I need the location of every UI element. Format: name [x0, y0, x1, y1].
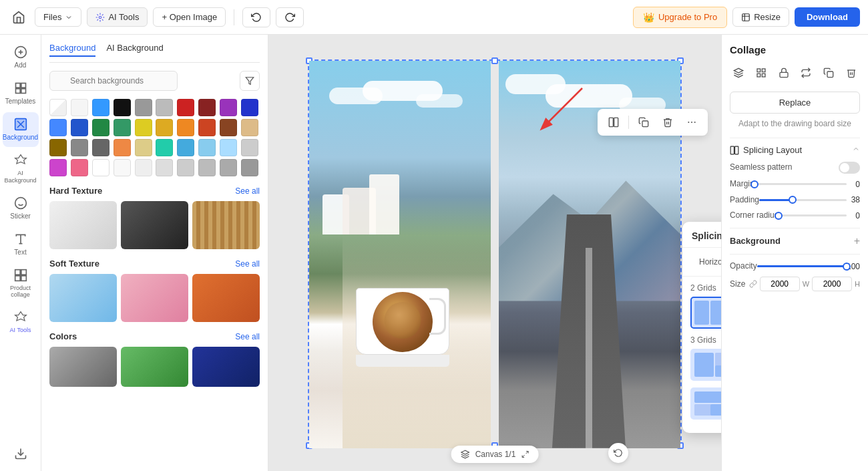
nav-export[interactable] — [3, 442, 39, 466]
nav-ai-background[interactable]: AI Background — [3, 148, 39, 190]
tab-background[interactable]: Background — [49, 43, 95, 57]
resize-button[interactable]: Resize — [732, 7, 789, 27]
handle-t[interactable] — [491, 57, 498, 64]
padding-track[interactable] — [759, 199, 847, 201]
color-swatch[interactable] — [220, 99, 237, 116]
color-swatch[interactable] — [114, 159, 131, 176]
seamless-toggle[interactable] — [839, 162, 860, 174]
color-swatch[interactable] — [92, 159, 110, 176]
nav-product-collage[interactable]: Product collage — [3, 263, 39, 305]
color-swatch[interactable] — [71, 119, 88, 136]
layout-2-1[interactable] — [690, 297, 721, 329]
color-swatch[interactable] — [135, 159, 152, 176]
nav-ai-tools[interactable]: AI Tools — [3, 305, 39, 339]
hard-texture-thumb-3[interactable] — [192, 201, 260, 249]
link-icon[interactable] — [749, 280, 757, 288]
color-swatch[interactable] — [220, 139, 237, 156]
hard-texture-thumb-1[interactable] — [49, 201, 117, 249]
delete-button[interactable] — [658, 113, 677, 132]
color-swatch[interactable] — [198, 159, 216, 176]
color-swatch[interactable] — [156, 159, 173, 176]
nav-text[interactable]: Text — [3, 227, 39, 262]
color-swatch[interactable] — [177, 119, 194, 136]
filter-button[interactable] — [240, 71, 260, 91]
height-input[interactable] — [812, 277, 852, 291]
corner-track[interactable] — [779, 214, 847, 216]
nav-background[interactable]: Background — [3, 112, 39, 147]
collapse-arrow[interactable] — [852, 145, 860, 155]
hard-texture-see-all[interactable]: See all — [235, 186, 260, 196]
tab-horizontal[interactable]: Horizontal — [690, 253, 721, 271]
flip-icon-btn[interactable] — [797, 63, 815, 82]
color-swatch[interactable] — [71, 139, 88, 156]
corner-thumb[interactable] — [775, 212, 783, 220]
color-swatch[interactable] — [71, 99, 88, 116]
background-add-button[interactable]: + — [854, 235, 860, 247]
color-swatch[interactable] — [241, 159, 258, 176]
color-swatch[interactable] — [114, 139, 131, 156]
split-layout-button[interactable] — [604, 113, 623, 132]
color-swatch[interactable] — [49, 119, 67, 136]
search-input[interactable] — [49, 71, 178, 91]
soft-texture-see-all[interactable]: See all — [235, 259, 260, 269]
color-large-3[interactable] — [192, 347, 260, 387]
color-swatch[interactable] — [49, 159, 67, 176]
colors-see-all[interactable]: See all — [235, 332, 260, 341]
margin-thumb[interactable] — [750, 180, 758, 188]
color-swatch[interactable] — [49, 99, 67, 116]
opacity-track[interactable] — [757, 265, 847, 267]
color-swatch[interactable] — [198, 99, 216, 116]
color-swatch[interactable] — [114, 99, 131, 116]
hard-texture-thumb-2[interactable] — [121, 201, 188, 249]
tab-ai-background[interactable]: AI Background — [106, 43, 163, 57]
padding-thumb[interactable] — [789, 196, 797, 204]
ai-tools-button[interactable]: AI Tools — [87, 7, 148, 27]
color-swatch[interactable] — [156, 119, 173, 136]
lock-icon-btn[interactable] — [775, 63, 793, 82]
undo-button[interactable] — [242, 7, 270, 27]
copy-icon-btn[interactable] — [820, 63, 837, 82]
nav-add[interactable]: Add — [3, 40, 39, 75]
rotate-button[interactable] — [608, 443, 628, 463]
replace-button[interactable]: Replace — [730, 92, 860, 114]
color-swatch[interactable] — [156, 139, 173, 156]
canvas-bottom-bar[interactable]: Canvas 1/1 — [451, 446, 539, 463]
color-swatch[interactable] — [135, 119, 152, 136]
nav-sticker[interactable]: Sticker — [3, 191, 39, 226]
nav-templates[interactable]: Templates — [3, 76, 39, 111]
soft-texture-thumb-1[interactable] — [49, 274, 117, 322]
color-swatch[interactable] — [241, 139, 258, 156]
upgrade-button[interactable]: 👑 Upgrade to Pro — [633, 7, 727, 28]
color-swatch[interactable] — [177, 159, 194, 176]
color-swatch[interactable] — [135, 139, 152, 156]
color-swatch[interactable] — [114, 119, 131, 136]
color-large-2[interactable] — [121, 347, 188, 387]
color-swatch[interactable] — [241, 99, 258, 116]
color-large-1[interactable] — [49, 347, 117, 387]
layout-3-1[interactable] — [690, 349, 721, 381]
color-swatch[interactable] — [156, 99, 173, 116]
delete-icon-btn[interactable] — [843, 63, 860, 82]
width-input[interactable] — [760, 277, 800, 291]
color-swatch[interactable] — [49, 139, 67, 156]
layout-3-4[interactable] — [690, 387, 721, 420]
color-swatch[interactable] — [92, 99, 110, 116]
open-image-button[interactable]: + Open Image — [153, 7, 226, 27]
soft-texture-thumb-2[interactable] — [121, 274, 188, 322]
color-swatch[interactable] — [92, 119, 110, 136]
opacity-thumb[interactable] — [843, 263, 851, 271]
layers-icon-btn[interactable] — [730, 63, 747, 82]
color-swatch[interactable] — [241, 119, 258, 136]
color-swatch[interactable] — [71, 159, 88, 176]
color-swatch[interactable] — [198, 119, 216, 136]
margin-track[interactable] — [754, 183, 847, 185]
color-swatch[interactable] — [198, 139, 216, 156]
files-button[interactable]: Files — [35, 7, 81, 27]
color-swatch[interactable] — [220, 119, 237, 136]
color-swatch[interactable] — [220, 159, 237, 176]
color-swatch[interactable] — [92, 139, 110, 156]
download-button[interactable]: Download — [795, 7, 860, 27]
home-button[interactable] — [8, 7, 29, 28]
grid-icon-btn[interactable] — [752, 63, 770, 82]
color-swatch[interactable] — [177, 99, 194, 116]
